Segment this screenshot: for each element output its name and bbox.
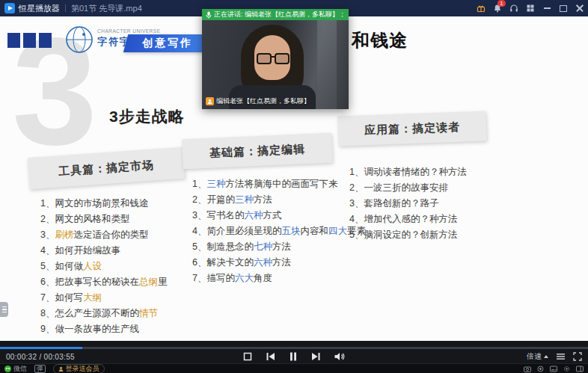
list-item: 2、一波三折的故事安排	[349, 180, 486, 196]
titlebar-divider	[65, 4, 66, 12]
panel-button[interactable]	[576, 366, 584, 372]
theme-grid-icon[interactable]	[522, 0, 539, 16]
course-banner: 创意写作	[123, 34, 212, 52]
section-header: 工具篇：搞定市场	[28, 147, 185, 189]
notification-badge: 1	[497, 0, 506, 7]
user-icon	[58, 366, 64, 372]
list-item: 6、把故事写长的秘诀在总纲里	[40, 274, 184, 290]
danmu-label: 弹	[34, 365, 46, 373]
subtitle-button[interactable]	[550, 366, 557, 372]
fullscreen-button[interactable]	[573, 352, 582, 361]
login-label: 登录送会员	[66, 364, 99, 373]
player-window: 恒星播放器 第01节 先导课.mp4 1 3	[0, 0, 588, 373]
speaking-banner: 正在讲话: 编辑老张【红点易测，多私聊】；	[202, 9, 349, 20]
bottom-strip: 微信 弹 登录送会员	[0, 363, 588, 373]
titlebar-right: 1	[473, 0, 588, 16]
participant-icon	[206, 97, 214, 105]
next-button[interactable]	[310, 351, 322, 362]
previous-button[interactable]	[265, 351, 276, 362]
play-pause-button[interactable]	[288, 351, 298, 362]
right-controls: 倍速	[527, 351, 582, 362]
maximize-icon	[560, 5, 567, 12]
titlebar-left: 恒星播放器 第01节 先导课.mp4	[0, 3, 142, 14]
stop-button[interactable]	[242, 351, 253, 362]
section-tools: 工具篇：搞定市场 1、网文的市场前景和钱途2、网文的风格和类型3、刷榜选定适合你…	[28, 152, 184, 337]
list-item: 8、怎么产生源源不断的情节	[40, 306, 184, 321]
panel-icon	[576, 366, 584, 372]
record-button[interactable]	[537, 366, 544, 372]
previous-icon	[265, 351, 276, 362]
playlist-handle[interactable]	[0, 302, 8, 317]
close-button[interactable]	[572, 0, 588, 16]
progress-fill	[0, 347, 82, 349]
speaking-text: 正在讲话: 编辑老张【红点易测，多私聊】；	[214, 10, 345, 19]
section-header: 应用篇：搞定读者	[337, 111, 486, 147]
close-icon	[576, 4, 584, 12]
screenshot-icon	[524, 366, 531, 372]
wechat-icon	[4, 366, 11, 372]
time-display: 00:00:32 / 00:03:55	[6, 353, 75, 361]
pause-icon	[288, 351, 298, 362]
minimize-button[interactable]	[539, 0, 555, 16]
list-item: 1、网文的市场前景和钱途	[40, 196, 184, 212]
strategy-heading: 3步走战略	[109, 106, 185, 127]
section-title: 应用篇：搞定读者	[364, 120, 461, 137]
participant-name: 编辑老张【红点易测，多私聊】	[216, 96, 310, 106]
wechat-link[interactable]: 微信	[4, 364, 27, 373]
list-item: 5、如何做人设	[40, 259, 184, 274]
login-button[interactable]: 登录送会员	[53, 364, 105, 373]
wechat-label: 微信	[13, 364, 27, 373]
playlist-icon	[556, 352, 566, 361]
minimize-icon	[544, 7, 551, 9]
strip-right-icons	[524, 366, 584, 372]
chevron-up-icon	[544, 355, 548, 358]
progress-bar[interactable]	[0, 347, 588, 349]
speed-control[interactable]: 倍速	[527, 351, 548, 362]
section-list: 1、调动读者情绪的？种方法2、一波三折的故事安排3、套路创新的？路子4、增加代入…	[349, 164, 486, 243]
control-row: 00:00:32 / 00:03:55	[0, 350, 588, 363]
danmu-toggle[interactable]: 弹	[34, 365, 46, 373]
record-icon	[537, 366, 544, 372]
background-light	[317, 20, 337, 109]
bell-icon[interactable]: 1	[489, 0, 506, 16]
settings-icon	[563, 366, 570, 372]
section-title: 基础篇：搞定编辑	[209, 142, 306, 161]
list-item: 1、调动读者情绪的？种方法	[349, 164, 486, 180]
logo-en: CHARACTER UNIVERSE	[97, 28, 160, 34]
screenshot-button[interactable]	[524, 366, 531, 372]
webcam-overlay[interactable]: 正在讲话: 编辑老张【红点易测，多私聊】； 编辑老张【红点易测，多私聊】	[202, 9, 349, 109]
slide-top-title: 和钱途	[352, 28, 408, 52]
file-name: 第01节 先导课.mp4	[71, 3, 142, 14]
maximize-button[interactable]	[555, 0, 572, 16]
playlist-button[interactable]	[556, 352, 566, 361]
speed-label: 倍速	[527, 351, 542, 362]
settings-button[interactable]	[563, 366, 570, 372]
volume-button[interactable]	[334, 351, 346, 362]
list-item: 4、增加代入感的？种方法	[349, 212, 486, 227]
section-header: 基础篇：搞定编辑	[182, 133, 333, 170]
stop-icon	[242, 351, 253, 362]
subtitle-icon	[550, 366, 557, 372]
list-item: 5、脑洞设定的？创新方法	[349, 227, 486, 243]
list-item: 7、描写的六大角度	[192, 271, 366, 286]
fullscreen-icon	[573, 352, 582, 361]
course-banner-label: 创意写作	[142, 37, 193, 50]
section-application: 应用篇：搞定读者 1、调动读者情绪的？种方法2、一波三折的故事安排3、套路创新的…	[338, 114, 486, 243]
volume-icon	[334, 351, 346, 362]
mic-icon	[206, 11, 212, 19]
logo-bars	[7, 33, 52, 48]
list-item: 2、网文的风格和类型	[40, 212, 184, 227]
list-item: 9、做一条故事的生产线	[40, 321, 184, 337]
section-title: 工具篇：搞定市场	[58, 158, 154, 179]
gift-icon[interactable]	[473, 0, 489, 16]
list-item: 7、如何写大纲	[40, 290, 184, 306]
list-item: 6、解决卡文的六种方法	[192, 255, 366, 271]
list-item: 4、如何开始编故事	[40, 243, 184, 259]
participant-tag: 编辑老张【红点易测，多私聊】	[206, 96, 310, 106]
play-logo-icon	[4, 3, 15, 13]
headset-icon[interactable]	[506, 0, 522, 16]
playback-controls	[242, 350, 346, 363]
next-icon	[310, 351, 322, 362]
logo-globe-icon	[64, 25, 94, 58]
list-item: 3、套路创新的？路子	[349, 196, 486, 212]
